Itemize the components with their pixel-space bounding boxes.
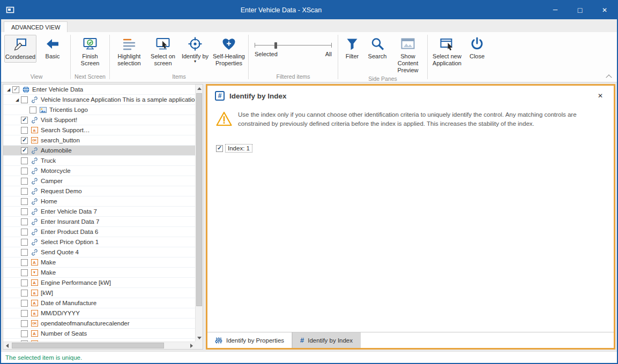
tree-item[interactable]: Request Demo <box>3 186 195 196</box>
select-on-screen-button[interactable]: Select on screen <box>147 35 179 69</box>
tree-item[interactable]: Visit Support! <box>3 115 195 125</box>
expander-icon[interactable] <box>5 87 12 92</box>
tree-item-checkbox[interactable] <box>21 96 28 103</box>
tree-item-checkbox[interactable] <box>21 229 28 236</box>
tree-item[interactable]: ANumber of Seats <box>3 329 195 339</box>
tree-item[interactable]: Camper <box>3 176 195 186</box>
expander-icon[interactable] <box>13 97 21 102</box>
scanned-items-tree-pane: Enter Vehicle DataVehicle Insurance Appl… <box>3 84 203 350</box>
tree-item[interactable]: Enter Product Data 6 <box>3 227 195 237</box>
tree-item[interactable]: AMake <box>3 257 195 268</box>
horizontal-scrollbar[interactable] <box>3 342 195 349</box>
condensed-button[interactable]: Condensed <box>4 35 36 63</box>
maximize-button[interactable] <box>568 1 592 19</box>
tree-item-checkbox[interactable] <box>21 218 28 225</box>
dropdown-caret-icon <box>194 60 196 63</box>
tree-item-checkbox[interactable] <box>21 320 28 327</box>
basic-button[interactable]: Basic <box>36 35 69 62</box>
tree-item[interactable]: Select Price Option 1 <box>3 237 195 247</box>
scroll-right-arrow[interactable] <box>188 342 195 350</box>
tree-item[interactable]: OKsearch_button <box>3 135 195 146</box>
status-message: The selected item is unique. <box>5 354 82 361</box>
tree-item-checkbox[interactable] <box>21 239 28 246</box>
tree-item-checkbox[interactable] <box>21 127 28 134</box>
tree-item-checkbox[interactable] <box>21 147 28 154</box>
scroll-down-arrow[interactable] <box>196 334 203 342</box>
identify-by-button[interactable]: Identify by <box>179 35 211 64</box>
tree-item-checkbox[interactable] <box>12 86 19 93</box>
finish-screen-icon <box>83 36 98 51</box>
tree-item-checkbox[interactable] <box>21 188 28 195</box>
tree-item[interactable]: Vehicle Insurance Application This is a … <box>3 95 195 105</box>
close-xscan-button[interactable]: Close <box>465 35 489 62</box>
tab-advanced-view[interactable]: ADVANCED VIEW <box>4 21 68 33</box>
scroll-up-arrow[interactable] <box>196 85 203 92</box>
close-panel-icon[interactable] <box>594 90 606 102</box>
slider-thumb[interactable] <box>274 42 277 49</box>
tree-item-checkbox[interactable] <box>21 279 28 286</box>
tab-identify-by-index[interactable]: Identify by Index <box>292 332 361 348</box>
tree-item-checkbox[interactable] <box>21 178 28 185</box>
highlight-selection-button[interactable]: Highlight selection <box>111 35 147 69</box>
tree-item[interactable]: aMM/DD/YYYY <box>3 308 195 318</box>
tree-item[interactable]: Tricentis Logo <box>3 105 195 115</box>
tree-item-checkbox[interactable] <box>21 137 28 144</box>
tree-item[interactable]: ▾Make <box>3 268 195 278</box>
tree-item[interactable]: OKopendateofmanufacturecalender <box>3 318 195 329</box>
tree-item-checkbox[interactable] <box>21 208 28 215</box>
tree-item-checkbox[interactable] <box>21 300 28 307</box>
vertical-scrollbar[interactable] <box>195 85 203 342</box>
tree-item-checkbox[interactable] <box>21 330 28 337</box>
minimize-button[interactable] <box>543 1 568 19</box>
tree-item-checkbox[interactable] <box>21 269 28 276</box>
tree-item-checkbox[interactable] <box>29 107 36 113</box>
tab-identify-by-properties[interactable]: Identify by Properties <box>207 332 292 348</box>
link-icon <box>30 147 39 155</box>
tree-item-checkbox[interactable] <box>21 290 28 297</box>
select-new-application-button[interactable]: Select new Application <box>429 35 465 69</box>
search-button[interactable]: Search <box>364 35 390 62</box>
tree-item-checkbox[interactable] <box>21 168 28 175</box>
tree-item-checkbox[interactable] <box>21 198 28 205</box>
link-icon <box>30 218 39 226</box>
tree-item[interactable]: Send Quote 4 <box>3 247 195 257</box>
finish-screen-button[interactable]: Finish Screen <box>72 35 108 69</box>
tree-item[interactable]: Enter Vehicle Data <box>3 85 195 95</box>
tree-item[interactable]: aSearch Support… <box>3 125 195 135</box>
tree-item-checkbox[interactable] <box>21 157 28 164</box>
show-content-preview-button[interactable]: Show Content Preview <box>390 35 426 75</box>
tree-item-label: Make <box>41 259 56 266</box>
vertical-scroll-thumb[interactable] <box>196 93 202 306</box>
ribbon-collapse-button[interactable] <box>607 74 612 79</box>
horizontal-scroll-thumb[interactable] <box>12 343 164 348</box>
tree-item[interactable]: ADate of Manufacture <box>3 298 195 308</box>
close-window-button[interactable] <box>592 1 617 19</box>
link-icon <box>30 167 39 175</box>
index-checkbox[interactable] <box>216 145 223 152</box>
tree-item[interactable]: Home <box>3 196 195 207</box>
tree-item[interactable]: a[kW] <box>3 288 195 298</box>
filtered-items-slider[interactable] <box>255 42 332 49</box>
ribbon-group-next-screen: Finish Screen Next Screen <box>72 32 108 82</box>
self-healing-properties-button[interactable]: Self-Healing Properties <box>211 35 247 69</box>
index-checkbox-label[interactable]: Index: 1 <box>225 144 252 153</box>
tree-item-checkbox[interactable] <box>21 310 28 317</box>
title-bar[interactable]: Enter Vehicle Data - XScan <box>1 1 617 19</box>
scroll-left-arrow[interactable] <box>3 342 11 350</box>
tree-item-checkbox[interactable] <box>21 117 28 124</box>
horizontal-scroll-track[interactable] <box>11 342 188 349</box>
ribbon-group-application: Select new Application Close <box>429 32 489 82</box>
vertical-scroll-track[interactable] <box>196 92 203 334</box>
tree-item[interactable]: Motorcycle <box>3 166 195 176</box>
tree-item-label: Motorcycle <box>41 168 71 174</box>
tree-item[interactable]: AEngine Performance [kW] <box>3 278 195 288</box>
tree-item[interactable]: Enter Vehicle Data 7 <box>3 207 195 217</box>
warning-icon <box>216 111 232 126</box>
tree-item[interactable]: Truck <box>3 156 195 166</box>
tree-item-checkbox[interactable] <box>21 259 28 266</box>
filter-button[interactable]: Filter <box>340 35 364 62</box>
ribbon-separator <box>70 35 71 79</box>
tree-item[interactable]: Automobile <box>3 146 195 156</box>
tree-item[interactable]: Enter Insurant Data 7 <box>3 217 195 227</box>
tree-item-checkbox[interactable] <box>21 249 28 256</box>
